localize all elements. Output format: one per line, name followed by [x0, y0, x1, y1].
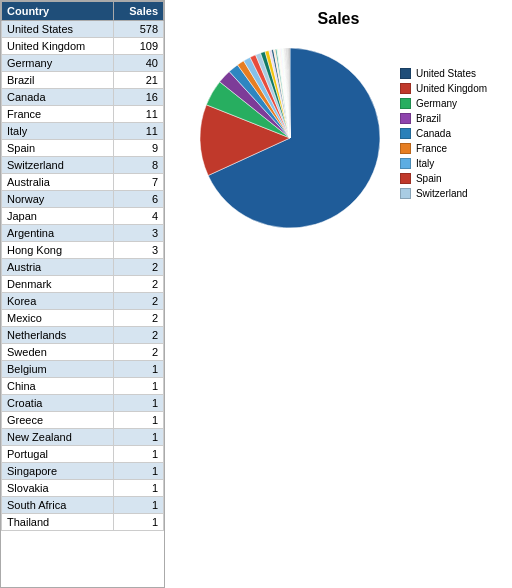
sales-cell: 578 — [114, 21, 164, 38]
sales-cell: 1 — [114, 412, 164, 429]
country-cell: Sweden — [2, 344, 114, 361]
table-row: Mexico2 — [2, 310, 164, 327]
sales-cell: 6 — [114, 191, 164, 208]
country-cell: Portugal — [2, 446, 114, 463]
sales-cell: 11 — [114, 106, 164, 123]
country-cell: Norway — [2, 191, 114, 208]
country-cell: South Africa — [2, 497, 114, 514]
legend-item: Brazil — [400, 113, 487, 124]
table-row: Slovakia1 — [2, 480, 164, 497]
country-cell: Spain — [2, 140, 114, 157]
country-cell: Austria — [2, 259, 114, 276]
sales-cell: 2 — [114, 344, 164, 361]
legend-color-swatch — [400, 173, 411, 184]
country-header: Country — [2, 2, 114, 21]
table-row: Thailand1 — [2, 514, 164, 531]
pie-chart — [190, 33, 390, 233]
country-cell: Hong Kong — [2, 242, 114, 259]
sales-cell: 2 — [114, 310, 164, 327]
country-cell: Thailand — [2, 514, 114, 531]
table-row: Norway6 — [2, 191, 164, 208]
table-row: United States578 — [2, 21, 164, 38]
country-cell: United States — [2, 21, 114, 38]
table-row: United Kingdom109 — [2, 38, 164, 55]
legend-label: France — [416, 143, 447, 154]
sales-cell: 40 — [114, 55, 164, 72]
chart-area: Sales United StatesUnited KingdomGermany… — [165, 0, 512, 588]
legend-label: Canada — [416, 128, 451, 139]
country-cell: China — [2, 378, 114, 395]
table-row: France11 — [2, 106, 164, 123]
country-cell: Japan — [2, 208, 114, 225]
legend-item: United States — [400, 68, 487, 79]
sales-cell: 16 — [114, 89, 164, 106]
country-cell: France — [2, 106, 114, 123]
table-row: Austria2 — [2, 259, 164, 276]
country-cell: New Zealand — [2, 429, 114, 446]
sales-cell: 2 — [114, 276, 164, 293]
sales-cell: 1 — [114, 463, 164, 480]
country-cell: Greece — [2, 412, 114, 429]
sales-cell: 2 — [114, 293, 164, 310]
legend-label: Brazil — [416, 113, 441, 124]
legend-color-swatch — [400, 83, 411, 94]
table-row: Argentina3 — [2, 225, 164, 242]
legend-color-swatch — [400, 68, 411, 79]
table-row: Sweden2 — [2, 344, 164, 361]
legend-label: United States — [416, 68, 476, 79]
table-row: Korea2 — [2, 293, 164, 310]
table-row: Belgium1 — [2, 361, 164, 378]
table-row: Portugal1 — [2, 446, 164, 463]
table-row: Switzerland8 — [2, 157, 164, 174]
legend-item: Switzerland — [400, 188, 487, 199]
country-cell: Slovakia — [2, 480, 114, 497]
country-cell: Mexico — [2, 310, 114, 327]
country-cell: Singapore — [2, 463, 114, 480]
sales-cell: 1 — [114, 395, 164, 412]
legend-item: Germany — [400, 98, 487, 109]
sales-cell: 3 — [114, 225, 164, 242]
country-cell: Germany — [2, 55, 114, 72]
sales-cell: 4 — [114, 208, 164, 225]
legend-item: Italy — [400, 158, 487, 169]
country-cell: Denmark — [2, 276, 114, 293]
country-cell: United Kingdom — [2, 38, 114, 55]
chart-legend: United StatesUnited KingdomGermanyBrazil… — [400, 68, 487, 199]
table-row: New Zealand1 — [2, 429, 164, 446]
country-cell: Croatia — [2, 395, 114, 412]
sales-header: Sales — [114, 2, 164, 21]
sales-cell: 1 — [114, 497, 164, 514]
table-row: Japan4 — [2, 208, 164, 225]
sales-cell: 1 — [114, 480, 164, 497]
table-row: Croatia1 — [2, 395, 164, 412]
table-row: Denmark2 — [2, 276, 164, 293]
sales-cell: 1 — [114, 446, 164, 463]
table-row: Australia7 — [2, 174, 164, 191]
table-row: South Africa1 — [2, 497, 164, 514]
sales-cell: 1 — [114, 361, 164, 378]
legend-label: United Kingdom — [416, 83, 487, 94]
table-row: Netherlands2 — [2, 327, 164, 344]
country-cell: Switzerland — [2, 157, 114, 174]
sales-cell: 3 — [114, 242, 164, 259]
country-cell: Argentina — [2, 225, 114, 242]
legend-color-swatch — [400, 98, 411, 109]
sales-cell: 8 — [114, 157, 164, 174]
country-cell: Canada — [2, 89, 114, 106]
country-cell: Brazil — [2, 72, 114, 89]
country-cell: Korea — [2, 293, 114, 310]
table-row: Germany40 — [2, 55, 164, 72]
legend-color-swatch — [400, 188, 411, 199]
sales-cell: 1 — [114, 429, 164, 446]
country-cell: Belgium — [2, 361, 114, 378]
sales-cell: 2 — [114, 259, 164, 276]
sales-cell: 1 — [114, 514, 164, 531]
table-row: Canada16 — [2, 89, 164, 106]
legend-item: Canada — [400, 128, 487, 139]
data-table: Country Sales United States578United Kin… — [0, 0, 165, 588]
table-row: Singapore1 — [2, 463, 164, 480]
legend-color-swatch — [400, 158, 411, 169]
sales-cell: 7 — [114, 174, 164, 191]
table-row: China1 — [2, 378, 164, 395]
table-row: Italy11 — [2, 123, 164, 140]
